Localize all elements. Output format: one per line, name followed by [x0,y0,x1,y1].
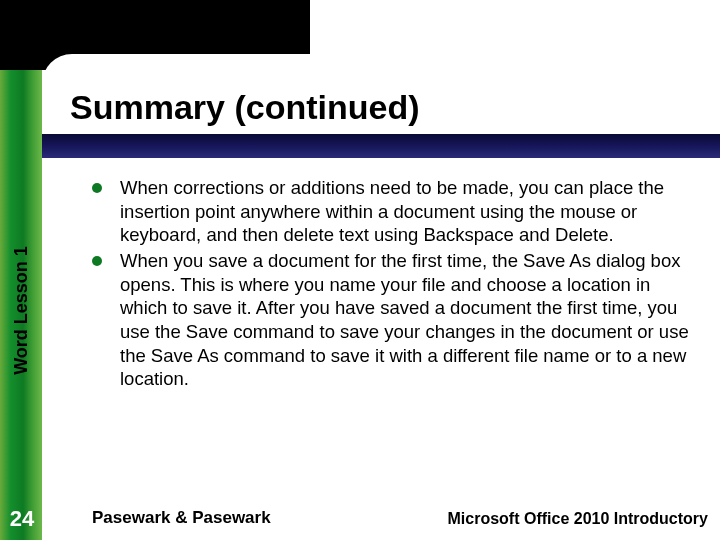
header-curve [42,54,702,88]
footer-left: Pasewark & Pasewark [92,508,271,528]
bullet-list: When corrections or additions need to be… [92,176,692,393]
footer-right: Microsoft Office 2010 Introductory [448,510,709,528]
title-underline [42,134,720,158]
slide: Summary (continued) Word Lesson 1 When c… [0,0,720,540]
slide-title: Summary (continued) [70,88,419,127]
sidebar-label: Word Lesson 1 [11,236,32,386]
page-number: 24 [4,506,40,532]
bullet-text: When you save a document for the first t… [120,250,689,389]
bullet-text: When corrections or additions need to be… [120,177,664,245]
list-item: When corrections or additions need to be… [92,176,692,247]
list-item: When you save a document for the first t… [92,249,692,391]
